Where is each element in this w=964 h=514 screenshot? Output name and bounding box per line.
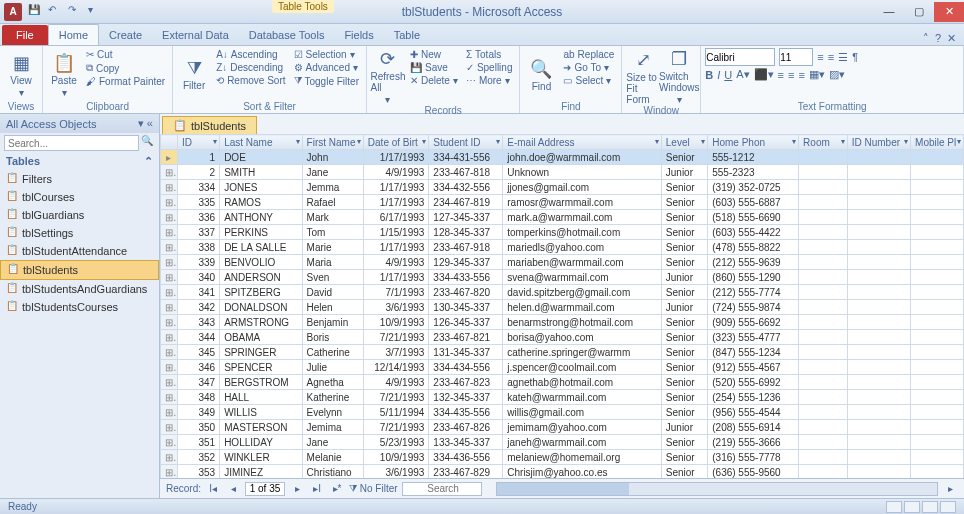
cell[interactable]: 334-435-556 (429, 405, 503, 420)
cell[interactable]: (478) 555-8822 (708, 240, 799, 255)
view-button[interactable]: ▦View▾ (4, 48, 38, 101)
cell[interactable]: janeh@warmmail.com (503, 435, 661, 450)
cell[interactable] (799, 195, 848, 210)
cell[interactable]: Junior (661, 165, 707, 180)
cell[interactable]: Senior (661, 435, 707, 450)
cell[interactable] (799, 375, 848, 390)
cell[interactable] (911, 300, 964, 315)
cell[interactable]: Junior (661, 300, 707, 315)
cell[interactable] (911, 405, 964, 420)
cell[interactable]: 233-467-829 (429, 465, 503, 479)
cell[interactable]: (518) 555-6690 (708, 210, 799, 225)
cell[interactable]: Rafael (302, 195, 363, 210)
cell[interactable] (799, 390, 848, 405)
cell[interactable]: 334-433-556 (429, 270, 503, 285)
select-button[interactable]: ▭Select▾ (560, 74, 617, 87)
table-row[interactable]: ⊞338DE LA SALLEMarie1/17/1993233-467-918… (161, 240, 964, 255)
cell[interactable]: 339 (177, 255, 219, 270)
cell[interactable] (847, 285, 910, 300)
column-header[interactable]: Last Name▾ (220, 135, 302, 150)
cell[interactable]: 334-431-556 (429, 150, 503, 165)
cell[interactable] (911, 315, 964, 330)
cell[interactable]: 555-1212 (708, 150, 799, 165)
inner-close-icon[interactable]: ✕ (947, 32, 956, 45)
cell[interactable]: 233-467-823 (429, 375, 503, 390)
row-selector[interactable]: ⊞ (161, 195, 178, 210)
cell[interactable] (911, 330, 964, 345)
nav-group-tables[interactable]: Tables ⌃ (0, 153, 159, 170)
cell[interactable]: willis@gmail.com (503, 405, 661, 420)
column-header[interactable]: Level▾ (661, 135, 707, 150)
cell[interactable]: 350 (177, 420, 219, 435)
cell[interactable]: (724) 555-9874 (708, 300, 799, 315)
cell[interactable]: Senior (661, 240, 707, 255)
table-row[interactable]: ⊞341SPITZBERGDavid7/1/1993233-467-820dav… (161, 285, 964, 300)
cell[interactable]: Jane (302, 165, 363, 180)
cell[interactable] (799, 210, 848, 225)
cell[interactable]: 4/9/1993 (363, 165, 429, 180)
scroll-right-button[interactable]: ▸ (942, 483, 958, 494)
cell[interactable] (847, 465, 910, 479)
cell[interactable] (911, 375, 964, 390)
cell[interactable] (847, 300, 910, 315)
cell[interactable]: ARMSTRONG (220, 315, 302, 330)
cell[interactable]: 234-467-819 (429, 195, 503, 210)
cell[interactable]: (319) 352-0725 (708, 180, 799, 195)
cell[interactable] (911, 150, 964, 165)
nav-item-tblstudentscourses[interactable]: tblStudentsCourses (0, 298, 159, 316)
font-color-button[interactable]: A▾ (736, 68, 749, 81)
cell[interactable]: Senior (661, 330, 707, 345)
cell[interactable]: 7/21/1993 (363, 330, 429, 345)
table-row[interactable]: ▸1DOEJohn1/17/1993334-431-556john.doe@wa… (161, 150, 964, 165)
cell[interactable] (911, 450, 964, 465)
cell[interactable] (847, 255, 910, 270)
table-row[interactable]: ⊞344OBAMABoris7/21/1993233-467-821borisa… (161, 330, 964, 345)
cell[interactable]: BENVOLIO (220, 255, 302, 270)
cell[interactable]: benarmstrong@hotmail.com (503, 315, 661, 330)
nav-item-tblsettings[interactable]: tblSettings (0, 224, 159, 242)
table-row[interactable]: ⊞352WINKLERMelanie10/9/1993334-436-556me… (161, 450, 964, 465)
cell[interactable]: 126-345-337 (429, 315, 503, 330)
row-selector[interactable]: ⊞ (161, 360, 178, 375)
next-record-button[interactable]: ▸ (289, 483, 305, 494)
cut-button[interactable]: ✂Cut (83, 48, 168, 61)
cell[interactable]: 345 (177, 345, 219, 360)
find-button[interactable]: 🔍Find (524, 48, 558, 101)
cell[interactable] (911, 360, 964, 375)
qat-redo-icon[interactable]: ↷ (68, 4, 84, 20)
delete-record-button[interactable]: ✕Delete▾ (407, 74, 461, 87)
cell[interactable]: Senior (661, 345, 707, 360)
cell[interactable]: 2 (177, 165, 219, 180)
cell[interactable]: jjones@gmail.com (503, 180, 661, 195)
cell[interactable] (911, 240, 964, 255)
selection-button[interactable]: ☑Selection▾ (291, 48, 362, 61)
cell[interactable] (799, 300, 848, 315)
advanced-button[interactable]: ⚙Advanced▾ (291, 61, 362, 74)
cell[interactable]: HOLLIDAY (220, 435, 302, 450)
cell[interactable]: 1/17/1993 (363, 240, 429, 255)
cell[interactable]: (212) 555-7774 (708, 285, 799, 300)
cell[interactable]: Senior (661, 255, 707, 270)
alt-fill-button[interactable]: ▨▾ (829, 68, 845, 81)
cell[interactable]: 10/9/1993 (363, 315, 429, 330)
cell[interactable]: 132-345-337 (429, 390, 503, 405)
cell[interactable]: borisa@yahoo.com (503, 330, 661, 345)
nav-item-filters[interactable]: Filters (0, 170, 159, 188)
row-selector[interactable]: ⊞ (161, 180, 178, 195)
cell[interactable]: Tom (302, 225, 363, 240)
row-selector[interactable]: ⊞ (161, 465, 178, 479)
column-header[interactable]: Home Phon▾ (708, 135, 799, 150)
cell[interactable] (911, 390, 964, 405)
remove-sort-button[interactable]: ⟲Remove Sort (213, 74, 288, 87)
row-selector[interactable]: ⊞ (161, 165, 178, 180)
file-tab[interactable]: File (2, 25, 48, 45)
cell[interactable]: Senior (661, 375, 707, 390)
bold-button[interactable]: B (705, 69, 713, 81)
table-row[interactable]: ⊞346SPENCERJulie12/14/1993334-434-556j.s… (161, 360, 964, 375)
search-icon[interactable]: 🔍 (139, 135, 155, 151)
cell[interactable]: (909) 555-6692 (708, 315, 799, 330)
table-row[interactable]: ⊞2SMITHJane4/9/1993233-467-818UnknownJun… (161, 165, 964, 180)
cell[interactable] (911, 435, 964, 450)
cell[interactable] (799, 405, 848, 420)
filter-button[interactable]: ⧩Filter (177, 48, 211, 101)
